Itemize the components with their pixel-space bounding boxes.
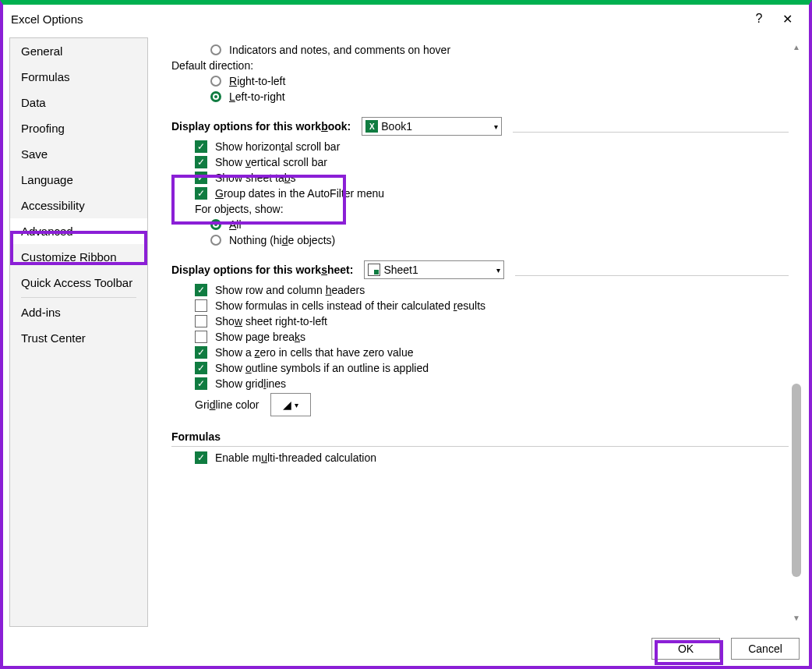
- sidebar-separator: [21, 297, 136, 298]
- scroll-down-icon[interactable]: ▼: [790, 611, 803, 624]
- radio-label: Indicators and notes, and comments on ho…: [229, 44, 450, 56]
- radio-indicators-hover[interactable]: Indicators and notes, and comments on ho…: [210, 44, 789, 56]
- select-value: Sheet1: [383, 264, 418, 276]
- section-worksheet-display: Display options for this worksheet: Shee…: [171, 260, 789, 279]
- objects-show-label: For objects, show:: [195, 203, 789, 215]
- content-pane: Indicators and notes, and comments on ho…: [148, 33, 804, 632]
- sheet-icon: [368, 264, 380, 276]
- section-label: Display options for this worksheet:: [171, 264, 353, 276]
- dialog-footer: OK Cancel: [12, 638, 800, 660]
- radio-label: Right-to-left: [229, 75, 285, 87]
- close-icon[interactable]: ✕: [773, 8, 801, 30]
- sidebar-item-trust-center[interactable]: Trust Center: [10, 325, 147, 351]
- checkbox-show-gridlines[interactable]: Show gridlines: [195, 377, 789, 390]
- scroll-thumb[interactable]: [792, 384, 801, 577]
- checkbox-label: Show gridlines: [215, 377, 286, 390]
- checkbox-label: Show row and column headers: [215, 284, 365, 296]
- excel-icon: X: [365, 120, 378, 133]
- checkbox-show-zero[interactable]: Show a zero in cells that have zero valu…: [195, 346, 789, 359]
- checkbox-row-col-headers[interactable]: Show row and column headers: [195, 284, 789, 296]
- paint-bucket-icon: ◢: [283, 398, 291, 411]
- chevron-down-icon: ▾: [295, 401, 298, 409]
- checkbox-icon: [195, 377, 207, 390]
- section-rule: [515, 275, 789, 276]
- section-workbook-display: Display options for this workbook: X Boo…: [171, 117, 789, 136]
- checkbox-show-formulas[interactable]: Show formulas in cells instead of their …: [195, 299, 789, 312]
- sidebar-item-formulas[interactable]: Formulas: [10, 64, 147, 90]
- radio-left-to-right[interactable]: Left-to-right: [210, 90, 789, 103]
- gridline-color-label: Gridline color: [195, 398, 259, 411]
- sidebar-item-save[interactable]: Save: [10, 141, 147, 167]
- radio-label: Nothing (hide objects): [229, 234, 335, 246]
- sidebar-item-quick-access[interactable]: Quick Access Toolbar: [10, 270, 147, 296]
- section-formulas: Formulas: [171, 430, 789, 447]
- radio-icon: [210, 44, 221, 55]
- checkbox-icon: [195, 299, 207, 312]
- sidebar-item-general[interactable]: General: [10, 38, 147, 64]
- radio-objects-all[interactable]: All: [210, 218, 789, 231]
- vertical-scrollbar[interactable]: ▲ ▼: [790, 41, 803, 624]
- sidebar-item-addins[interactable]: Add-ins: [10, 299, 147, 325]
- checkbox-icon: [195, 451, 207, 464]
- help-icon[interactable]: ?: [745, 8, 773, 30]
- scroll-up-icon[interactable]: ▲: [790, 41, 803, 53]
- checkbox-icon: [195, 140, 207, 153]
- default-direction-label: Default direction:: [171, 59, 789, 72]
- radio-icon: [210, 235, 221, 246]
- checkbox-icon: [195, 156, 207, 168]
- sidebar-item-proofing[interactable]: Proofing: [10, 115, 147, 141]
- radio-icon: [210, 219, 221, 230]
- checkbox-icon: [195, 187, 207, 200]
- sidebar-item-language[interactable]: Language: [10, 167, 147, 193]
- radio-icon: [210, 91, 221, 102]
- sidebar-item-data[interactable]: Data: [10, 90, 147, 115]
- checkbox-horizontal-scroll[interactable]: Show horizontal scroll bar: [195, 140, 789, 153]
- sidebar-item-accessibility[interactable]: Accessibility: [10, 193, 147, 218]
- section-rule: [513, 132, 789, 133]
- checkbox-label: Enable multi-threaded calculation: [215, 451, 376, 464]
- checkbox-icon: [195, 346, 207, 359]
- checkbox-group-dates[interactable]: Group dates in the AutoFilter menu: [195, 187, 789, 200]
- gridline-color-row: Gridline color ◢ ▾: [195, 393, 789, 416]
- cancel-button[interactable]: Cancel: [731, 638, 800, 660]
- checkbox-label: Show vertical scroll bar: [215, 156, 327, 168]
- checkbox-vertical-scroll[interactable]: Show vertical scroll bar: [195, 156, 789, 168]
- checkbox-icon: [195, 362, 207, 374]
- checkbox-page-breaks[interactable]: Show page breaks: [195, 331, 789, 343]
- worksheet-select[interactable]: Sheet1 ▾: [364, 260, 504, 279]
- checkbox-sheet-rtl[interactable]: Show sheet right-to-left: [195, 315, 789, 327]
- chevron-down-icon: ▾: [494, 122, 498, 131]
- select-value: Book1: [381, 120, 412, 133]
- titlebar: Excel Options ? ✕: [3, 5, 809, 33]
- sidebar-item-advanced[interactable]: Advanced: [10, 218, 147, 244]
- checkbox-label: Show sheet right-to-left: [215, 315, 327, 327]
- chevron-down-icon: ▾: [496, 266, 500, 274]
- gridline-color-button[interactable]: ◢ ▾: [270, 393, 311, 416]
- checkbox-icon: [195, 284, 207, 296]
- checkbox-icon: [195, 331, 207, 343]
- checkbox-outline-symbols[interactable]: Show outline symbols if an outline is ap…: [195, 362, 789, 374]
- checkbox-label: Show page breaks: [215, 331, 305, 343]
- checkbox-label: Show formulas in cells instead of their …: [215, 299, 485, 312]
- checkbox-label: Show sheet tabs: [215, 172, 296, 184]
- checkbox-multithread[interactable]: Enable multi-threaded calculation: [195, 451, 789, 464]
- ok-button[interactable]: OK: [651, 638, 720, 660]
- checkbox-label: Show outline symbols if an outline is ap…: [215, 362, 429, 374]
- window-title: Excel Options: [11, 12, 745, 26]
- checkbox-label: Group dates in the AutoFilter menu: [215, 187, 384, 200]
- workbook-select[interactable]: X Book1 ▾: [362, 117, 502, 136]
- radio-right-to-left[interactable]: Right-to-left: [210, 75, 789, 87]
- checkbox-icon: [195, 315, 207, 327]
- checkbox-icon: [195, 172, 207, 184]
- sidebar: General Formulas Data Proofing Save Lang…: [9, 37, 148, 627]
- radio-objects-nothing[interactable]: Nothing (hide objects): [210, 234, 789, 246]
- radio-icon: [210, 76, 221, 87]
- checkbox-label: Show horizontal scroll bar: [215, 140, 340, 153]
- section-label: Display options for this workbook:: [171, 120, 351, 133]
- radio-label: All: [229, 218, 242, 231]
- checkbox-sheet-tabs[interactable]: Show sheet tabs: [195, 172, 789, 184]
- radio-label: Left-to-right: [229, 90, 285, 103]
- checkbox-label: Show a zero in cells that have zero valu…: [215, 346, 413, 359]
- sidebar-item-customize-ribbon[interactable]: Customize Ribbon: [10, 244, 147, 270]
